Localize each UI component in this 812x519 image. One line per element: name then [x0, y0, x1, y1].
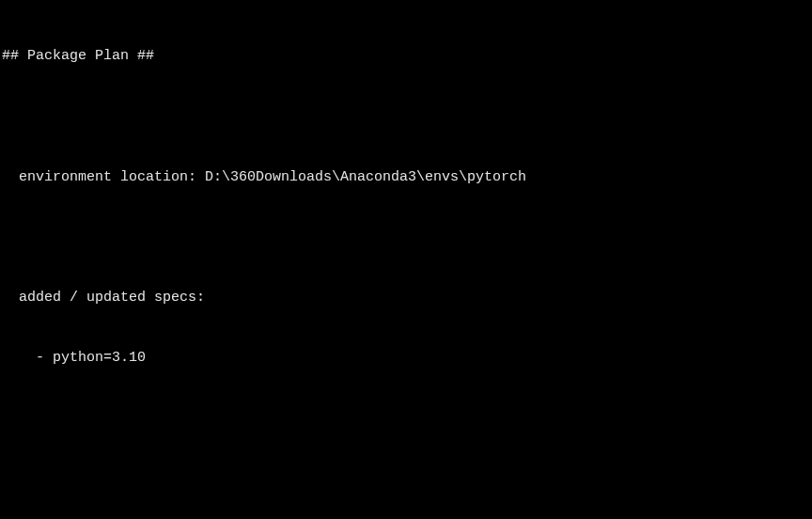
env-label: environment location:	[19, 169, 196, 185]
blank-line	[2, 469, 810, 489]
env-line: environment location: D:\360Downloads\An…	[2, 167, 810, 187]
blank-line	[2, 228, 810, 247]
spec-item: - python=3.10	[2, 348, 810, 368]
package-plan-header: ## Package Plan ##	[2, 46, 810, 66]
specs-label: added / updated specs:	[2, 288, 810, 307]
env-location: D:\360Downloads\Anaconda3\envs\pytorch	[205, 169, 526, 185]
blank-line	[2, 409, 810, 429]
blank-line	[2, 106, 810, 126]
terminal-output: ## Package Plan ## environment location:…	[0, 0, 812, 519]
